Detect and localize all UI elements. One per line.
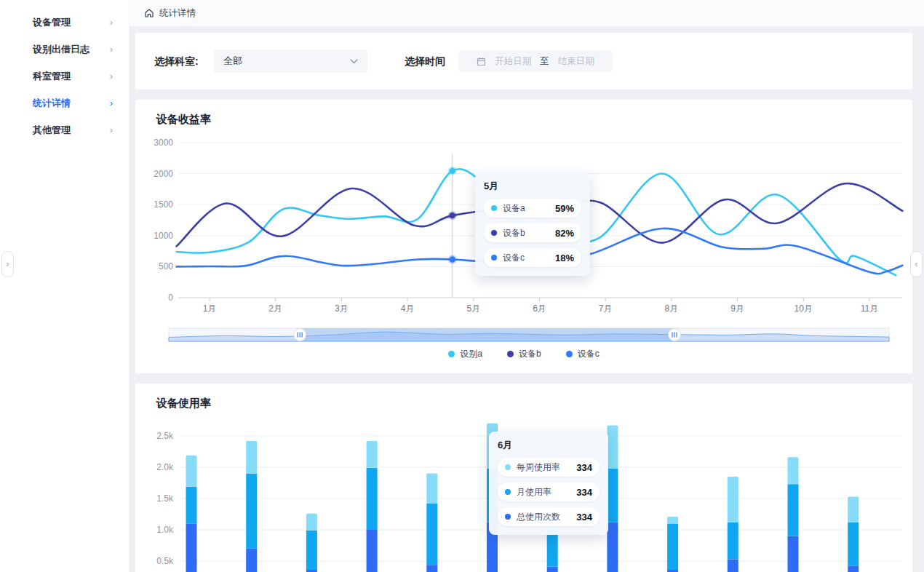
tooltip-series-value: 82%: [555, 228, 574, 239]
svg-text:2月: 2月: [268, 303, 282, 314]
bar-segment[interactable]: [788, 457, 799, 484]
legend-item-设备b[interactable]: 设备b: [507, 348, 541, 360]
bar-segment[interactable]: [848, 523, 859, 566]
date-start-input[interactable]: 开始日期: [495, 55, 531, 68]
bar-segment[interactable]: [426, 474, 437, 504]
series-dot-icon: [505, 464, 511, 470]
tooltip-series-label: 每周使用率: [517, 461, 576, 474]
bar-segment[interactable]: [246, 474, 257, 549]
app-root: 设备管理›设别出借日志›科室管理›统计详情›其他管理› 统计详情 选择科室: 全…: [0, 0, 924, 572]
sidebar-item-科室管理[interactable]: 科室管理›: [0, 63, 129, 90]
svg-text:1500: 1500: [154, 199, 173, 210]
collapse-left-panel-button[interactable]: ›: [1, 251, 14, 277]
sidebar-item-label: 统计详情: [33, 97, 71, 110]
data-zoom-handle-icon[interactable]: [294, 329, 306, 341]
tooltip-series-value: 59%: [555, 203, 574, 214]
usage-chart-tooltip: 6月每周使用率334月使用率334总使用次数334: [489, 432, 608, 535]
bar-segment[interactable]: [367, 530, 378, 572]
sidebar-item-label: 科室管理: [33, 70, 71, 83]
date-range-picker[interactable]: 开始日期 至 结束日期: [458, 50, 613, 72]
dept-select[interactable]: 全部: [214, 49, 367, 73]
usage-chart-card: 设备使用率 0.5k1.0k1.5k2.0k2.5k 6月每周使用率334月使用…: [135, 384, 912, 572]
tooltip-series-label: 月使用率: [517, 486, 576, 498]
bar-segment[interactable]: [306, 514, 317, 531]
calendar-icon: [477, 57, 486, 66]
sidebar-nav: 设备管理›设别出借日志›科室管理›统计详情›其他管理›: [0, 9, 129, 143]
bar-segment[interactable]: [186, 456, 197, 487]
tooltip-series-value: 334: [576, 462, 592, 473]
series-dot-icon: [448, 351, 455, 357]
series-dot-icon: [566, 351, 573, 357]
data-zoom-handle-icon[interactable]: [668, 329, 680, 341]
sidebar-item-设备管理[interactable]: 设备管理›: [0, 9, 129, 36]
date-end-input[interactable]: 结束日期: [558, 55, 594, 68]
bar-segment[interactable]: [848, 566, 859, 572]
bar-segment[interactable]: [667, 517, 678, 523]
tooltip-series-value: 334: [576, 512, 592, 523]
bar-segment[interactable]: [788, 536, 799, 572]
series-dot-icon: [491, 205, 497, 211]
svg-text:3月: 3月: [335, 303, 349, 314]
svg-text:11月: 11月: [861, 303, 878, 314]
sidebar-item-label: 其他管理: [33, 124, 71, 137]
bar-segment[interactable]: [728, 559, 738, 572]
svg-text:3000: 3000: [154, 138, 173, 148]
dept-filter-label: 选择科室:: [154, 55, 199, 68]
svg-text:6月: 6月: [533, 303, 546, 314]
date-separator: 至: [540, 55, 549, 68]
svg-text:0: 0: [168, 293, 173, 303]
bar-segment[interactable]: [788, 484, 799, 536]
svg-text:10月: 10月: [794, 303, 813, 314]
bar-segment[interactable]: [607, 425, 618, 468]
collapse-right-panel-button[interactable]: ‹: [910, 251, 923, 277]
bar-segment[interactable]: [848, 496, 859, 522]
svg-text:0.5k: 0.5k: [156, 556, 174, 566]
tooltip-row: 设备a59%: [484, 199, 581, 218]
legend-label: 设备c: [578, 348, 600, 360]
svg-text:7月: 7月: [599, 303, 613, 314]
svg-text:1月: 1月: [203, 303, 217, 314]
bar-segment[interactable]: [306, 531, 317, 570]
tooltip-series-label: 设备a: [503, 202, 555, 215]
bar-segment[interactable]: [607, 469, 618, 523]
bar-segment[interactable]: [367, 441, 378, 468]
chevron-right-icon: ›: [110, 44, 113, 55]
tooltip-row: 月使用率334: [498, 482, 600, 501]
bar-segment[interactable]: [607, 523, 618, 572]
svg-text:2.0k: 2.0k: [156, 462, 174, 472]
filter-bar: 选择科室: 全部 选择时间: [135, 33, 912, 90]
bar-segment[interactable]: [186, 487, 197, 524]
bar-segment[interactable]: [728, 477, 738, 523]
bar-segment[interactable]: [547, 567, 558, 572]
bar-segment[interactable]: [367, 468, 378, 530]
main-content: 统计详情 选择科室: 全部 选择时间: [130, 0, 924, 572]
bar-segment[interactable]: [426, 565, 437, 572]
bar-segment[interactable]: [667, 523, 678, 570]
legend-item-设备c[interactable]: 设备c: [566, 348, 600, 360]
breadcrumb: 统计详情: [130, 0, 924, 27]
revenue-chart-tooltip: 5月设备a59%设备b82%设备c18%: [475, 172, 590, 276]
home-icon: [144, 8, 154, 18]
tooltip-title: 5月: [484, 180, 581, 193]
sidebar-item-其他管理[interactable]: 其他管理›: [0, 116, 129, 143]
bar-segment[interactable]: [426, 504, 437, 565]
legend-label: 设别a: [460, 348, 482, 360]
svg-text:500: 500: [159, 261, 173, 271]
breadcrumb-label: 统计详情: [159, 7, 196, 20]
revenue-chart-card: 设备收益率 300020001500100050001月2月3月4月5月6月7月…: [135, 100, 912, 373]
revenue-chart-legend: 设别a设备b设备c: [135, 348, 912, 360]
bar-segment[interactable]: [246, 549, 257, 572]
chevron-right-icon: ›: [110, 17, 113, 28]
sidebar-item-设别出借日志[interactable]: 设别出借日志›: [0, 36, 129, 63]
svg-text:5月: 5月: [466, 303, 480, 314]
bar-segment[interactable]: [186, 523, 197, 572]
series-dot-icon: [507, 351, 514, 357]
svg-text:1000: 1000: [154, 231, 173, 241]
legend-item-设别a[interactable]: 设别a: [448, 348, 482, 360]
sidebar-item-统计详情[interactable]: 统计详情›: [0, 90, 129, 116]
data-zoom-selection[interactable]: [300, 328, 674, 341]
tooltip-series-label: 设备b: [503, 227, 555, 239]
bar-segment[interactable]: [246, 441, 257, 474]
bar-segment[interactable]: [728, 523, 738, 560]
svg-text:8月: 8月: [665, 303, 679, 314]
